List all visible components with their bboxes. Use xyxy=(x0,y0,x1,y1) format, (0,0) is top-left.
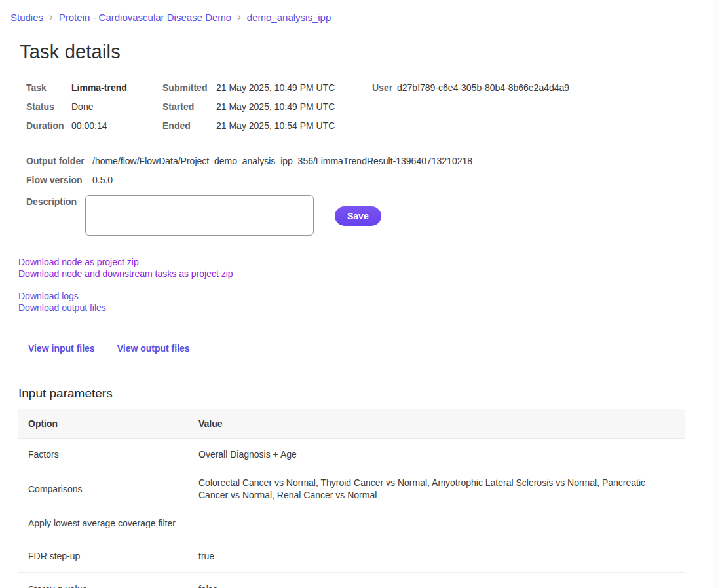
param-value: Colorectal Cancer vs Normal, Thyroid Can… xyxy=(189,471,685,507)
description-row: Description Save xyxy=(26,195,718,236)
param-option: Storey q-value xyxy=(18,578,189,588)
save-button[interactable]: Save xyxy=(335,206,381,226)
table-row: Factors Overall Diagnosis + Age xyxy=(18,439,685,471)
table-row: Comparisons Colorectal Cancer vs Normal,… xyxy=(18,471,685,507)
status-label: Status xyxy=(26,98,71,117)
table-row: Storey q-value false xyxy=(18,573,685,588)
submitted-label: Submitted xyxy=(162,79,216,98)
download-output-files-link[interactable]: Download output files xyxy=(18,303,718,314)
started-value: 21 May 2025, 10:49 PM UTC xyxy=(216,98,372,117)
page-title: Task details xyxy=(20,41,718,63)
breadcrumb-study[interactable]: Protein - Cardiovascular Disease Demo xyxy=(59,12,231,23)
param-option: FDR step-up xyxy=(18,545,189,568)
view-output-files-link[interactable]: View output files xyxy=(117,343,190,354)
breadcrumb: Studies › Protein - Cardiovascular Disea… xyxy=(0,0,718,23)
duration-value: 00:00:14 xyxy=(71,117,162,136)
ended-label: Ended xyxy=(162,117,216,136)
param-value xyxy=(189,519,685,529)
description-label: Description xyxy=(26,195,85,208)
param-option: Comparisons xyxy=(18,478,189,501)
param-option: Apply lowest average coverage filter xyxy=(18,512,189,535)
flow-version-value: 0.5.0 xyxy=(92,171,113,190)
output-folder-label: Output folder xyxy=(26,152,92,171)
task-value: Limma-trend xyxy=(71,79,162,98)
table-header-row: Option Value xyxy=(18,409,685,439)
column-header-option: Option xyxy=(18,413,189,435)
breadcrumb-studies[interactable]: Studies xyxy=(10,12,43,23)
download-logs-link[interactable]: Download logs xyxy=(18,291,718,303)
param-value: true xyxy=(189,545,685,568)
table-row: FDR step-up true xyxy=(18,540,685,573)
user-label: User xyxy=(372,79,397,98)
chevron-right-icon: › xyxy=(49,11,53,22)
param-value: Overall Diagnosis + Age xyxy=(189,443,685,466)
task-info-grid: Task Limma-trend Submitted 21 May 2025, … xyxy=(26,79,718,136)
flow-version-label: Flow version xyxy=(26,171,92,190)
description-input[interactable] xyxy=(85,195,314,236)
duration-label: Duration xyxy=(26,117,71,136)
vertical-scrollbar[interactable] xyxy=(713,0,718,588)
user-value: d27bf789-c6e4-305b-80b4-8b66e2a4d4a9 xyxy=(397,79,718,98)
ended-value: 21 May 2025, 10:54 PM UTC xyxy=(216,117,372,136)
started-label: Started xyxy=(162,98,216,117)
table-row: Apply lowest average coverage filter xyxy=(18,507,685,540)
status-value: Done xyxy=(71,98,162,117)
task-meta: Output folder /home/flow/FlowData/Projec… xyxy=(26,152,718,190)
chevron-right-icon: › xyxy=(237,11,241,22)
column-header-value: Value xyxy=(189,413,685,435)
breadcrumb-analysis[interactable]: demo_analysis_ipp xyxy=(247,12,331,23)
input-parameters-title: Input parameters xyxy=(18,386,718,401)
param-value: false xyxy=(189,578,685,588)
view-input-files-link[interactable]: View input files xyxy=(28,343,95,354)
input-parameters-table: Option Value Factors Overall Diagnosis +… xyxy=(18,409,685,588)
view-files-row: View input files View output files xyxy=(28,343,718,354)
submitted-value: 21 May 2025, 10:49 PM UTC xyxy=(216,79,372,98)
task-label: Task xyxy=(26,79,71,98)
output-folder-value: /home/flow/FlowData/Project_demo_analysi… xyxy=(92,152,472,171)
download-node-zip-link[interactable]: Download node as project zip xyxy=(18,257,718,268)
download-node-downstream-zip-link[interactable]: Download node and downstream tasks as pr… xyxy=(18,268,718,280)
param-option: Factors xyxy=(18,443,189,466)
download-file-links: Download logs Download output files xyxy=(18,291,718,314)
download-project-links: Download node as project zip Download no… xyxy=(18,257,718,280)
